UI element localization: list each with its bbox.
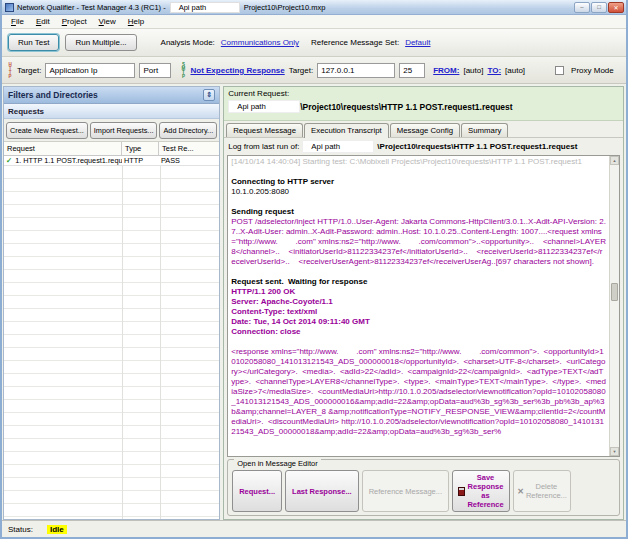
open-last-response-button[interactable]: Last Response... <box>285 470 359 512</box>
menu-item-edit[interactable]: Edit <box>31 16 55 27</box>
save-response-as-reference-button[interactable]: Save Response as Reference <box>452 470 510 512</box>
transcript-line: Date: Tue, 14 Oct 2014 09:11:40 GMT <box>231 317 606 327</box>
tab-summary[interactable]: Summary <box>461 123 508 137</box>
title-bar: Network Qualifier - Test Manager 4.3 (RC… <box>2 0 626 15</box>
log-path: \Project10\requests\HTTP 1.1 POST.reques… <box>377 142 577 151</box>
status-value: Idle <box>47 525 67 534</box>
request-buttons-row: Create New Request...Import Requests...A… <box>4 119 219 142</box>
minimize-button[interactable]: – <box>574 2 590 13</box>
app-window: Network Qualifier - Test Manager 4.3 (RC… <box>0 0 628 539</box>
log-label: Log from last run of: <box>228 142 299 151</box>
current-request-label: Current Request: <box>228 89 619 98</box>
scrollbar-track[interactable] <box>610 165 619 447</box>
menu-item-project[interactable]: Project <box>57 16 92 27</box>
tab-request-message[interactable]: Request Message <box>226 123 303 137</box>
filters-directories-panel: Filters and Directories ⇕ Requests Creat… <box>3 86 220 520</box>
save-icon <box>458 487 465 496</box>
to-link[interactable]: TO: <box>487 66 501 75</box>
table-row[interactable]: ✓ 1. HTTP 1.1 POST.request1.requestHTTPP… <box>4 156 219 166</box>
result-cell: PASS <box>159 156 219 165</box>
http-protocol-icon: HTTP <box>6 59 13 81</box>
analysis-mode-label: Analysis Mode: <box>161 38 215 47</box>
target-toolbar: HTTP Target: Application Ip Port SMTP No… <box>2 57 626 84</box>
target-port-field[interactable]: 25 <box>399 63 425 78</box>
sidebar-button-import-requests[interactable]: Import Requests... <box>90 122 158 139</box>
application-ip-field[interactable]: Application Ip <box>45 63 135 78</box>
scrollbar-thumb[interactable] <box>611 283 618 301</box>
restore-button[interactable]: □ <box>591 2 607 13</box>
transcript-line: 10.1.0.205:8080 <box>231 187 606 197</box>
transcript-container: [14/10/14 14:40:04] Starting test: C:\Mo… <box>227 155 620 457</box>
request-table-rows: ✓ 1. HTTP 1.1 POST.request1.requestHTTPP… <box>4 156 219 166</box>
run-test-button[interactable]: Run Test <box>8 34 59 51</box>
target-ip-field[interactable]: 127.0.0.1 <box>317 63 395 78</box>
pass-check-icon: ✓ <box>6 156 12 165</box>
menu-item-file[interactable]: File <box>6 16 29 27</box>
window-controls: –□✕ <box>574 2 624 13</box>
reference-set-label: Reference Message Set: <box>311 38 399 47</box>
menu-item-help[interactable]: Help <box>123 16 149 27</box>
current-request-overlay: Api path <box>228 100 300 113</box>
transcript-line: HTTP/1.1 200 OK <box>231 287 606 297</box>
current-request-section: Current Request: Api path \Project10\req… <box>224 87 623 121</box>
requests-section-header: Requests <box>4 104 219 119</box>
transcript-line: [14/10/14 14:40:04] Starting test: C:\Mo… <box>231 157 606 167</box>
window-title-suffix: Project10\Project10.mxp <box>244 3 326 12</box>
not-expecting-response-link[interactable]: Not Expecting Response <box>190 66 284 75</box>
request-detail-panel: Current Request: Api path \Project10\req… <box>223 86 624 520</box>
close-button[interactable]: ✕ <box>608 2 624 13</box>
transcript-line: Connecting to HTTP server <box>231 177 606 187</box>
target1-label: Target: <box>17 66 41 75</box>
port-field[interactable]: Port <box>139 63 171 78</box>
tab-message-config[interactable]: Message Config <box>390 123 460 137</box>
type-cell: HTTP <box>122 156 159 165</box>
run-multiple-button[interactable]: Run Multiple... <box>65 34 136 51</box>
column-header-test-result: Test Re... <box>159 142 219 155</box>
proxy-mode-label: Proxy Mode <box>571 66 614 75</box>
current-request-path: \Project10\requests\HTTP 1.1 POST.reques… <box>300 102 512 112</box>
scroll-down-icon[interactable]: ▼ <box>610 447 619 456</box>
sidebar-button-add-directory[interactable]: Add Directory... <box>159 122 217 139</box>
transcript-line <box>231 167 606 177</box>
log-overlay: Api path <box>302 140 374 153</box>
transcript-line: <response xmlns="http://www. .com" xmlns… <box>231 347 606 437</box>
save-response-label: Save Response as Reference <box>467 473 503 509</box>
transcript-scrollbar[interactable]: ▲ ▼ <box>609 156 619 456</box>
open-request-button[interactable]: Request... <box>232 470 282 512</box>
column-header-request: Request <box>4 142 122 155</box>
detail-tabs: Request MessageExecution TranscriptMessa… <box>224 121 623 137</box>
execution-transcript[interactable]: [14/10/14 14:40:04] Starting test: C:\Mo… <box>228 156 609 456</box>
sidebar-button-create-new-request[interactable]: Create New Request... <box>6 122 88 139</box>
to-value: [auto] <box>505 66 525 75</box>
transcript-line: Request sent. Waiting for response <box>231 277 606 287</box>
open-reference-message-button: Reference Message... <box>362 470 449 512</box>
delete-icon: ✕ <box>517 487 524 496</box>
transcript-line <box>231 267 606 277</box>
main-toolbar: Run Test Run Multiple... Analysis Mode: … <box>2 29 626 57</box>
column-divider <box>122 166 123 519</box>
request-table-empty-grid <box>4 166 219 519</box>
filters-directories-header: Filters and Directories ⇕ <box>4 87 219 104</box>
target2-label: Target: <box>289 66 313 75</box>
scroll-up-icon[interactable]: ▲ <box>610 156 619 165</box>
collapse-panel-icon[interactable]: ⇕ <box>203 89 215 101</box>
tab-execution-transcript[interactable]: Execution Transcript <box>304 123 389 138</box>
main-area: Filters and Directories ⇕ Requests Creat… <box>2 84 626 520</box>
analysis-mode-link[interactable]: Communications Only <box>221 38 299 47</box>
proxy-mode-checkbox[interactable] <box>555 66 564 75</box>
transcript-line <box>231 197 606 207</box>
editor-group-title: Open in Message Editor <box>234 459 320 468</box>
window-title-prefix: Network Qualifier - Test Manager 4.3 (RC… <box>17 3 166 12</box>
status-label: Status: <box>8 525 33 534</box>
transcript-line: Content-Type: text/xml <box>231 307 606 317</box>
smtp-protocol-icon: SMTP <box>179 59 186 81</box>
menu-item-view[interactable]: View <box>94 16 121 27</box>
transcript-line: Server: Apache-Coyote/1.1 <box>231 297 606 307</box>
from-link[interactable]: FROM: <box>433 66 459 75</box>
reference-set-link[interactable]: Default <box>405 38 430 47</box>
transcript-line: Sending request <box>231 207 606 217</box>
status-bar: Status: Idle <box>2 520 626 537</box>
filters-directories-title: Filters and Directories <box>8 90 98 100</box>
log-run-row: Log from last run of: Api path \Project1… <box>224 137 623 154</box>
delete-reference-label: Delete Reference... <box>526 482 567 500</box>
